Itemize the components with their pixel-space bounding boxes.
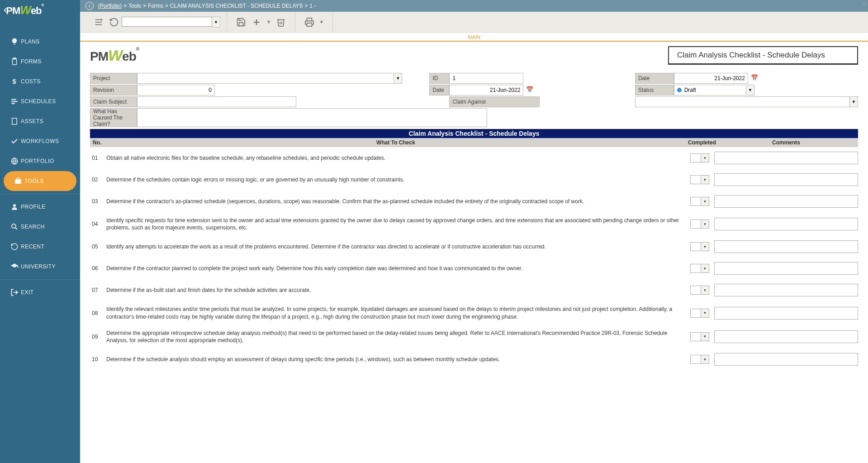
calendar-icon-2[interactable]: 📅 (525, 85, 534, 94)
checklist-row: 02Determine if the schedules contain log… (90, 169, 858, 191)
comments-input[interactable] (714, 330, 858, 343)
completed-dropdown[interactable]: ▼ (701, 264, 709, 273)
delete-icon[interactable] (274, 15, 288, 29)
comments-input[interactable] (714, 240, 858, 253)
completed-dropdown[interactable]: ▼ (701, 242, 709, 251)
comments-input[interactable] (714, 262, 858, 275)
completed-checkbox[interactable] (690, 332, 701, 341)
history-icon (8, 243, 21, 251)
comments-input[interactable] (714, 307, 858, 320)
sidebar-item-university[interactable]: UNIVERSITY (0, 257, 80, 277)
sidebar-item-search[interactable]: SEARCH (0, 217, 80, 237)
input-project[interactable] (137, 73, 394, 84)
checklist-row: 10Determine if the schedule analysis sho… (90, 348, 858, 370)
briefcase-icon (12, 177, 24, 185)
checklist-row: 03Determine if the contractor's as-plann… (90, 191, 858, 212)
sidebar-item-plans[interactable]: PLANS (0, 32, 80, 52)
exit-icon (8, 288, 21, 296)
completed-dropdown[interactable]: ▼ (701, 153, 709, 162)
save-icon[interactable] (234, 15, 248, 29)
completed-checkbox[interactable] (690, 153, 701, 162)
comments-input[interactable] (714, 173, 858, 186)
print-dropdown-icon[interactable]: ▼ (318, 15, 325, 29)
claim-against-dropdown[interactable]: ▼ (850, 96, 858, 107)
breadcrumb-root[interactable]: (Portfolio) (98, 3, 122, 9)
dollar-icon: $ (8, 77, 21, 86)
status-dropdown[interactable]: ▼ (746, 85, 754, 95)
label-claim-subject: Claim Subject (90, 96, 137, 107)
clipboard-icon (8, 57, 21, 66)
input-date2[interactable] (449, 85, 523, 95)
user-icon (8, 203, 21, 211)
comments-input[interactable] (714, 195, 858, 208)
comments-input[interactable] (714, 152, 858, 164)
completed-checkbox[interactable] (690, 175, 701, 184)
input-what-caused[interactable] (137, 108, 487, 127)
label-revision: Revision (90, 85, 137, 95)
completed-checkbox[interactable] (690, 355, 701, 364)
checklist-row: 01Obtain all native electronic files for… (90, 147, 858, 169)
form-logo: PMWeb® (90, 47, 139, 64)
label-status: Status (635, 85, 674, 95)
completed-checkbox[interactable] (690, 242, 701, 251)
svg-rect-6 (12, 118, 17, 124)
tab-main[interactable]: MAIN (468, 34, 480, 40)
scroll-up-icon[interactable]: ▲ (862, 1, 866, 5)
record-select-dropdown[interactable]: ▼ (212, 17, 220, 28)
sidebar-item-profile[interactable]: PROFILE (0, 197, 80, 217)
list-icon[interactable] (92, 15, 105, 29)
input-id[interactable] (449, 73, 523, 84)
completed-checkbox[interactable] (690, 286, 701, 295)
svg-rect-3 (11, 99, 16, 100)
project-dropdown[interactable]: ▼ (394, 73, 402, 84)
checklist-row: 07Determine if the as-built start and fi… (90, 279, 858, 301)
svg-rect-4 (11, 101, 18, 102)
completed-dropdown[interactable]: ▼ (701, 355, 709, 364)
sidebar-item-tools[interactable]: TOOLS (4, 171, 76, 191)
sidebar-item-schedules[interactable]: SCHEDULES (0, 91, 80, 111)
calendar-icon[interactable]: 📅 (750, 73, 759, 82)
input-claim-subject[interactable] (137, 96, 296, 107)
info-icon[interactable]: i (85, 2, 94, 10)
completed-dropdown[interactable]: ▼ (701, 197, 709, 206)
input-date[interactable] (674, 73, 748, 84)
search-icon (8, 223, 21, 231)
completed-dropdown[interactable]: ▼ (701, 175, 709, 184)
status-indicator-icon (677, 88, 682, 92)
record-select[interactable] (122, 17, 212, 27)
add-icon[interactable] (250, 15, 263, 29)
main-content: i (Portfolio) >Tools>Forms>CLAIM ANALYSI… (80, 0, 868, 463)
sidebar-item-costs[interactable]: $COSTS (0, 72, 80, 91)
svg-rect-25 (307, 23, 312, 26)
svg-point-15 (12, 224, 16, 228)
completed-checkbox[interactable] (690, 264, 701, 273)
bars-icon (8, 97, 21, 105)
completed-checkbox[interactable] (690, 309, 701, 318)
print-icon[interactable] (303, 15, 316, 29)
checklist-header: No. What To Check Completed Comments (90, 138, 858, 147)
label-what-caused: What Has Caused The Claim? (90, 108, 137, 127)
comments-input[interactable] (714, 353, 858, 366)
input-status[interactable]: Draft (674, 85, 746, 95)
sidebar-item-recent[interactable]: RECENT (0, 237, 80, 257)
undo-icon[interactable] (107, 15, 121, 29)
toolbar: ▼ ▼ ▼ (80, 12, 868, 33)
sidebar-item-forms[interactable]: FORMS (0, 52, 80, 72)
input-revision[interactable] (137, 85, 215, 95)
comments-input[interactable] (714, 218, 858, 230)
sidebar-item-portfolio[interactable]: PORTFOLIO (0, 151, 80, 171)
completed-dropdown[interactable]: ▼ (701, 220, 709, 229)
input-claim-against[interactable] (635, 96, 850, 107)
completed-dropdown[interactable]: ▼ (701, 286, 709, 295)
comments-input[interactable] (714, 284, 858, 296)
sidebar-item-assets[interactable]: ASSETS (0, 111, 80, 131)
completed-checkbox[interactable] (690, 220, 701, 229)
gradcap-icon (8, 263, 21, 271)
completed-dropdown[interactable]: ▼ (701, 309, 709, 318)
completed-dropdown[interactable]: ▼ (701, 332, 709, 341)
completed-checkbox[interactable] (690, 197, 701, 206)
add-dropdown-icon[interactable]: ▼ (265, 15, 272, 29)
sidebar-item-exit[interactable]: EXIT (0, 282, 80, 302)
sidebar-item-workflows[interactable]: WORKFLOWS (0, 131, 80, 151)
tab-strip: MAIN (80, 33, 868, 42)
